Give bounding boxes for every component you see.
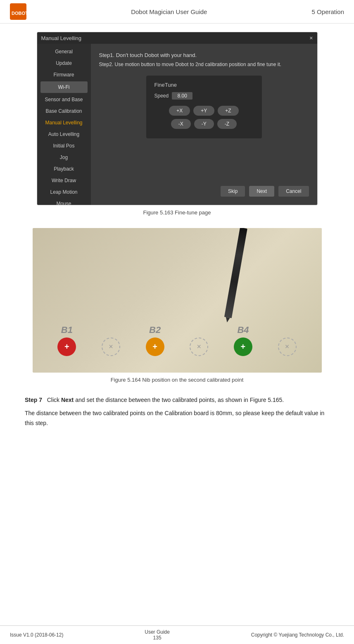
sidebar-item-initial-pos[interactable]: Initial Pos <box>37 140 91 152</box>
step7-next-bold: Next <box>61 397 74 403</box>
step7-detail-para: The distance between the two calibrated … <box>25 409 329 428</box>
b4-label: B4 <box>237 325 249 335</box>
finetune-title: FineTune <box>154 82 254 88</box>
logo-area: DOBOT <box>10 3 26 20</box>
next-button[interactable]: Next <box>249 186 274 197</box>
figure163-caption: Figure 5.163 Fine-tune page <box>25 209 329 216</box>
page-content: Manual Levelling × General Update Firmwa… <box>0 24 354 444</box>
b4-cross-icon: × <box>285 342 290 351</box>
minus-x-button[interactable]: -X <box>171 119 191 129</box>
pen-tip <box>225 317 230 323</box>
footer-issue: Issue V1.0 (2018-06-12) <box>10 632 63 638</box>
b1-label: B1 <box>61 325 73 335</box>
sidebar-item-write-draw[interactable]: Write Draw <box>37 175 91 186</box>
step7-section: Step 7 Click Next and set the distance b… <box>25 395 329 428</box>
b4-plus-icon: + <box>241 342 246 352</box>
step2-text: Step2. Use motion button to move Dobot t… <box>99 62 309 67</box>
dialog-close-button[interactable]: × <box>309 35 313 41</box>
b4-circle-filled: + <box>234 337 252 356</box>
dialog-sidebar: General Update Firmware Wi-Fi Sensor and… <box>37 44 91 205</box>
sidebar-item-manual-levelling[interactable]: Manual Levelling <box>37 117 91 128</box>
pen-illustration <box>224 228 247 318</box>
plus-x-button[interactable]: +X <box>169 106 190 116</box>
sidebar-item-playback[interactable]: Playback <box>37 163 91 175</box>
figure164-caption: Figure 5.164 Nib position on the second … <box>25 377 329 383</box>
step7-text-rest: and set the distance between the two cal… <box>75 397 284 403</box>
sidebar-item-sensor-base[interactable]: Sensor and Base <box>37 94 91 105</box>
footer-type: User Guide <box>145 629 170 635</box>
plus-y-button[interactable]: +Y <box>193 106 214 116</box>
speed-input[interactable] <box>172 92 192 100</box>
calibration-point-b2: B2 + <box>146 325 164 356</box>
skip-button[interactable]: Skip <box>221 186 245 197</box>
calibration-point-b4: B4 + <box>234 325 252 356</box>
sidebar-item-auto-levelling[interactable]: Auto Levelling <box>37 128 91 140</box>
chapter-label: 5 Operation <box>312 8 344 15</box>
b1-plus-icon: + <box>64 342 69 352</box>
b2-circle-filled: + <box>146 337 164 356</box>
dialog-title: Manual Levelling <box>41 35 82 41</box>
finetune-box: FineTune Speed +X +Y +Z -X -Y -Z <box>146 76 262 138</box>
negative-buttons-row: -X -Y -Z <box>154 119 254 129</box>
plus-z-button[interactable]: +Z <box>218 106 238 116</box>
step7-text-intro: Click <box>44 397 61 403</box>
sidebar-item-leap-motion[interactable]: Leap Motion <box>37 186 91 198</box>
page-footer: Issue V1.0 (2018-06-12) User Guide 135 C… <box>0 625 354 644</box>
b1-circle-filled: + <box>57 337 76 356</box>
dialog-main-panel: Step1. Don't touch Dobot with your hand.… <box>91 44 317 205</box>
speed-label: Speed <box>154 93 169 99</box>
photo-background: B1 + × B2 + <box>33 228 322 373</box>
b2-label: B2 <box>149 325 161 335</box>
dialog-footer: Skip Next Cancel <box>99 180 309 197</box>
b3-cross-icon: × <box>197 342 202 351</box>
document-title: Dobot Magician User Guide <box>26 8 312 15</box>
sidebar-item-jog[interactable]: Jog <box>37 152 91 163</box>
footer-page: 135 <box>145 635 170 641</box>
b1-cross-icon: × <box>109 342 113 351</box>
calibration-point-b1: B1 + <box>57 325 76 356</box>
calibration-points-area: B1 + × B2 + <box>33 323 322 356</box>
sidebar-item-mouse[interactable]: Mouse <box>37 198 91 205</box>
finetune-speed-row: Speed <box>154 92 254 100</box>
sidebar-item-wifi[interactable]: Wi-Fi <box>40 81 88 93</box>
dialog-body: General Update Firmware Wi-Fi Sensor and… <box>37 44 317 205</box>
sidebar-item-base-calibration[interactable]: Base Calibration <box>37 105 91 117</box>
sidebar-item-update[interactable]: Update <box>37 57 91 69</box>
calibration-photo: B1 + × B2 + <box>33 228 322 373</box>
step1-text: Step1. Don't touch Dobot with your hand. <box>99 52 309 58</box>
calibration-point-b3: × <box>190 323 208 356</box>
cancel-button[interactable]: Cancel <box>278 186 309 197</box>
step7-paragraph: Step 7 Click Next and set the distance b… <box>25 395 329 405</box>
sidebar-item-firmware[interactable]: Firmware <box>37 69 91 81</box>
dobot-logo-icon: DOBOT <box>10 3 26 20</box>
b1-circle-outline: × <box>102 337 120 356</box>
svg-text:DOBOT: DOBOT <box>12 11 26 16</box>
positive-buttons-row: +X +Y +Z <box>154 106 254 116</box>
b3-circle-outline: × <box>190 337 208 356</box>
b4-circle-outline: × <box>278 337 297 356</box>
footer-copyright: Copyright © Yuejiang Technology Co., Ltd… <box>251 632 344 638</box>
dialog-titlebar: Manual Levelling × <box>37 32 317 44</box>
page-header: DOBOT Dobot Magician User Guide 5 Operat… <box>0 0 354 24</box>
calibration-point-b1-outline: × <box>102 323 120 356</box>
minus-z-button[interactable]: -Z <box>217 119 237 129</box>
minus-y-button[interactable]: -Y <box>194 119 214 129</box>
calibration-point-b4-outline: × <box>278 323 297 356</box>
dialog-screenshot: Manual Levelling × General Update Firmwa… <box>37 32 318 205</box>
step7-label: Step 7 <box>25 397 42 403</box>
sidebar-item-general[interactable]: General <box>37 46 91 57</box>
b2-plus-icon: + <box>152 342 157 352</box>
